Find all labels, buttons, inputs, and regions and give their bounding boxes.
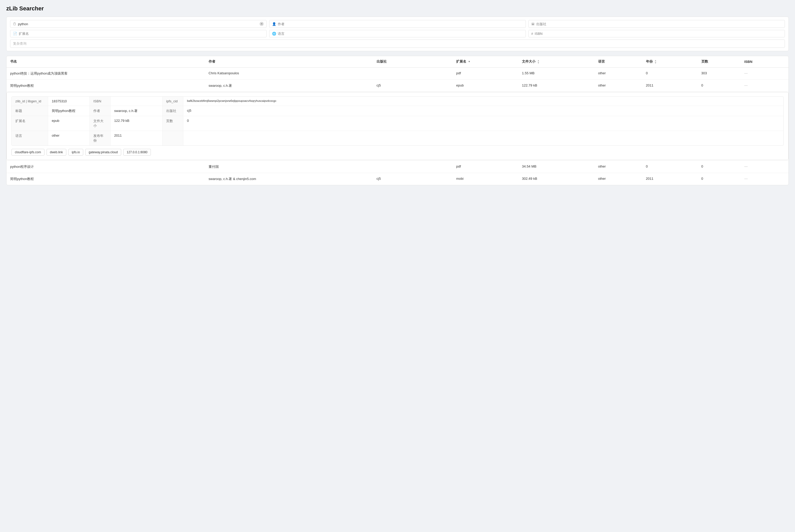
col-header-extension[interactable]: 扩展名 ▼	[452, 56, 518, 67]
year-sort-icons: ▲▼	[654, 59, 657, 64]
person-icon: 👤	[272, 22, 276, 26]
ipfs-link-dweb[interactable]: dweb.link	[47, 149, 66, 156]
cell-title: python绝技：运用python成为顶级黑客	[6, 67, 205, 79]
detail-label-author: 作者	[90, 106, 110, 116]
detail-panel: zlib_id | libgen_id 18375310 ISBN ipfs_c…	[6, 92, 789, 160]
cell-author: 董付国	[205, 160, 373, 173]
detail-value-language: other	[48, 131, 90, 146]
cell-isbn: —	[741, 79, 789, 92]
cell-language: other	[595, 67, 642, 79]
globe-icon: 🌐	[272, 32, 276, 36]
detail-value-extension: epub	[48, 116, 90, 131]
search-row-2: 📄 🌐 #	[10, 30, 785, 37]
complex-query-field[interactable]: 复杂查询	[10, 39, 785, 48]
document-icon: 🗒	[13, 22, 16, 26]
detail-row-3: 扩展名 epub 文件大小 122.79 kB 页数 0	[12, 116, 783, 131]
detail-empty-1	[163, 131, 183, 146]
cell-filesize: 34.54 MB	[518, 160, 595, 173]
detail-value-publisher: cj5	[183, 106, 783, 116]
detail-label-pages: 页数	[163, 116, 183, 131]
col-header-pages: 页数	[698, 56, 741, 67]
detail-label-filesize: 文件大小	[90, 116, 110, 131]
cell-publisher	[373, 160, 452, 173]
col-header-publisher: 出版社	[373, 56, 452, 67]
col-header-filesize[interactable]: 文件大小 ▲▼	[518, 56, 595, 67]
cell-year: 0	[642, 67, 698, 79]
cell-filesize: 122.79 kB	[518, 79, 595, 92]
extension-input[interactable]	[19, 32, 264, 36]
col-header-isbn: ISBN	[741, 56, 789, 67]
table-row[interactable]: python绝技：运用python成为顶级黑客 Chris Katsaropou…	[6, 67, 789, 79]
title-input[interactable]	[18, 22, 258, 26]
table-row[interactable]: 简明python教程 swaroop, c.h.著 cj5 epub 122.7…	[6, 79, 789, 92]
detail-row-4: 语言 other 发布年份 2011	[12, 131, 783, 146]
detail-value-author: swaroop, c.h.著	[110, 106, 163, 116]
cell-language: other	[595, 160, 642, 173]
table-row[interactable]: python程序设计 董付国 pdf 34.54 MB other 0 0 —	[6, 160, 789, 173]
isbn-input[interactable]	[535, 32, 782, 36]
detail-label-language: 语言	[12, 131, 48, 146]
cell-extension: epub	[452, 79, 518, 92]
cell-publisher: cj5	[373, 79, 452, 92]
detail-value-zlib-id: 18375310	[48, 97, 90, 106]
hash-icon: #	[531, 32, 533, 36]
author-input[interactable]	[278, 22, 523, 26]
cell-author: Chris Katsaropoulos	[205, 67, 373, 79]
detail-value-isbn	[110, 97, 163, 106]
cell-language: other	[595, 79, 642, 92]
detail-row-2: 标题 简明python教程 作者 swaroop, c.h.著 出版社 cj5	[12, 106, 783, 116]
cell-publisher: cj5	[373, 173, 452, 185]
cell-isbn: —	[741, 67, 789, 79]
detail-label-isbn: ISBN	[90, 97, 110, 106]
cell-author: swaroop, c.h.著	[205, 79, 373, 92]
isbn-field-wrapper: #	[528, 30, 785, 37]
author-field-wrapper: 👤	[269, 20, 526, 28]
cell-publisher	[373, 67, 452, 79]
publisher-field-wrapper: 🏛	[528, 20, 785, 28]
language-input[interactable]	[278, 32, 523, 36]
table-row[interactable]: 简明python教程 swaroop, c.h.著 & chenjin5.com…	[6, 173, 789, 185]
col-header-title: 书名	[6, 56, 205, 67]
publisher-input[interactable]	[536, 22, 782, 26]
col-header-author: 作者	[205, 56, 373, 67]
cell-title: 简明python教程	[6, 173, 205, 185]
detail-value-filesize: 122.79 kB	[110, 116, 163, 131]
cell-filesize: 1.55 MB	[518, 67, 595, 79]
detail-label-zlib-id: zlib_id | libgen_id	[12, 97, 48, 106]
detail-value-title: 简明python教程	[48, 106, 90, 116]
ipfs-link-ipfs[interactable]: ipfs.io	[68, 149, 83, 156]
cell-language: other	[595, 173, 642, 185]
cell-isbn: —	[741, 160, 789, 173]
detail-value-pages: 0	[183, 116, 783, 131]
cell-year: 0	[642, 160, 698, 173]
detail-table: zlib_id | libgen_id 18375310 ISBN ipfs_c…	[12, 96, 783, 146]
cell-pages: 303	[698, 67, 741, 79]
detail-label-extension: 扩展名	[12, 116, 48, 131]
extension-sort-icons: ▼	[468, 60, 470, 63]
ipfs-link-pinata[interactable]: gateway.pinata.cloud	[85, 149, 121, 156]
ipfs-link-local[interactable]: 127.0.0.1:8080	[123, 149, 151, 156]
title-field-wrapper: 🗒 ✕	[10, 20, 267, 28]
detail-label-ipfs-cid: ipfs_cid	[163, 97, 183, 106]
detail-value-year: 2011	[110, 131, 163, 146]
detail-label-publisher: 出版社	[163, 106, 183, 116]
results-table-container: 书名 作者 出版社 扩展名 ▼ 文件大小 ▲▼	[6, 56, 789, 185]
cell-pages: 0	[698, 79, 741, 92]
cell-pages: 0	[698, 160, 741, 173]
detail-row-1: zlib_id | libgen_id 18375310 ISBN ipfs_c…	[12, 97, 783, 106]
col-header-year[interactable]: 年份 ▲▼	[642, 56, 698, 67]
extension-field-wrapper: 📄	[10, 30, 267, 37]
cell-pages: 0	[698, 173, 741, 185]
detail-value-ipfs-cid: bafk2bzacebfimj6wwnpi2pcwnjsrw6ejlppoupo…	[183, 97, 783, 106]
search-row-1: 🗒 ✕ 👤 🏛	[10, 20, 785, 28]
cell-year: 2011	[642, 173, 698, 185]
file-icon: 📄	[13, 32, 17, 36]
ipfs-link-cloudflare[interactable]: cloudflare-ipfs.com	[12, 149, 44, 156]
language-field-wrapper: 🌐	[269, 30, 526, 37]
table-header-row: 书名 作者 出版社 扩展名 ▼ 文件大小 ▲▼	[6, 56, 789, 67]
cell-extension: pdf	[452, 67, 518, 79]
detail-label-title: 标题	[12, 106, 48, 116]
search-panel: 🗒 ✕ 👤 🏛 📄 🌐	[6, 17, 789, 51]
clear-title-button[interactable]: ✕	[259, 22, 264, 26]
ipfs-links-container: cloudflare-ipfs.com dweb.link ipfs.io ga…	[12, 149, 783, 156]
